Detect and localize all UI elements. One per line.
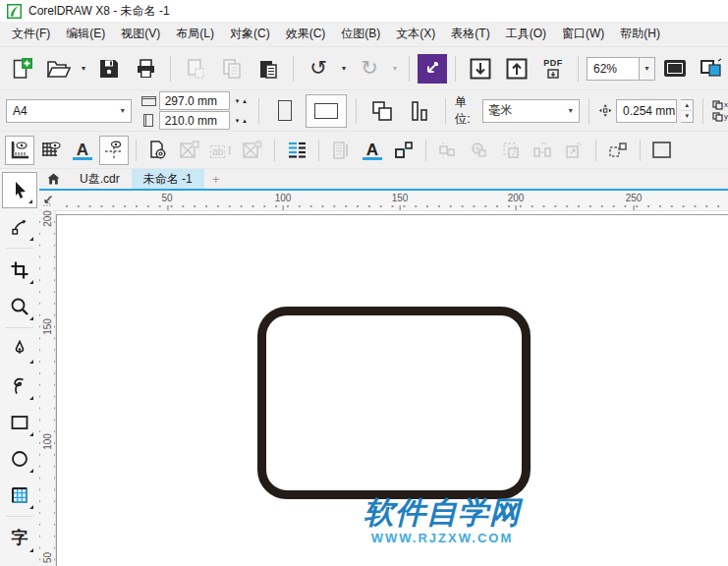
ruler-origin-corner[interactable] [39,191,56,211]
menu-help[interactable]: 帮助(H) [612,22,668,46]
page-width-field[interactable]: 297.0 mm [159,91,230,110]
edit-text-button[interactable]: A [358,136,387,165]
tool-ellipse[interactable] [2,440,37,477]
show-hide-toggle-button[interactable] [695,52,728,85]
publish-pdf-button[interactable]: PDF [536,52,570,85]
portrait-button[interactable] [268,94,302,128]
group-objects-button [496,136,526,165]
tool-shape[interactable] [2,208,37,245]
current-page-size-button[interactable] [403,94,436,128]
tool-freehand[interactable] [2,331,37,368]
menu-layout[interactable]: 布局(L) [168,22,222,46]
tool-rectangle[interactable] [2,404,37,440]
artistic-media-tool-icon [10,376,29,396]
rounded-rectangle-object[interactable] [257,307,531,499]
align-icon [438,141,458,160]
menu-window[interactable]: 窗口(W) [554,22,612,46]
menu-table[interactable]: 表格(T) [443,22,497,46]
toolbox: 字 [0,169,39,566]
all-pages-size-button[interactable] [365,94,399,128]
tool-crop[interactable] [2,252,37,288]
page-settings-button[interactable] [143,136,173,165]
menu-object[interactable]: 对象(C) [222,22,278,46]
text-columns-button[interactable] [282,136,311,165]
all-pages-icon [371,100,393,122]
menu-edit[interactable]: 编辑(E) [58,22,113,46]
open-document-button[interactable] [41,52,75,85]
toolbar-separator [258,98,259,124]
import-button[interactable] [464,52,497,85]
paste-button[interactable] [252,52,285,85]
tab-udisk-cdr[interactable]: U盘.cdr [68,169,132,189]
show-guidelines-button[interactable]: A [68,136,97,165]
nudge-distance-field[interactable]: 0.254 mm [616,99,677,123]
open-dropdown-caret[interactable]: ▾ [78,52,89,85]
new-tab-button[interactable]: + [204,169,228,189]
spacing-objects-button [528,136,557,165]
copy-icon [221,58,243,80]
horizontal-ruler[interactable]: 50 100 150 200 250 [56,191,728,210]
landscape-button[interactable] [306,94,347,128]
tool-pick[interactable] [2,172,37,208]
copy-button [215,52,249,85]
menu-text[interactable]: 文本(X) [388,22,443,46]
border-select-button[interactable] [647,136,677,165]
frame-options-button[interactable] [603,136,633,165]
search-content-button[interactable] [418,54,447,84]
page-height-field[interactable]: 210.0 mm [159,111,230,130]
object-properties-button[interactable] [389,136,419,165]
show-grid-button[interactable] [36,136,66,165]
shape-tool-icon [10,217,29,237]
duplicate-y-icon [712,112,723,122]
redo-button: ↻ [353,52,386,85]
toolbar-separator [640,140,641,161]
zoom-combobox-caret[interactable]: ▾ [639,58,654,80]
zoom-level-combobox[interactable]: 62% ▾ [587,57,655,81]
new-document-button[interactable] [5,52,38,85]
text-tool-icon: 字 [12,530,28,546]
menu-bitmaps[interactable]: 位图(B) [333,22,388,46]
add-frame-button [175,136,204,165]
toolbar-separator [445,98,446,124]
tool-zoom[interactable] [2,288,37,324]
tool-text[interactable]: 字 [2,520,37,556]
print-button[interactable] [129,52,162,85]
rulers-icon [9,140,30,161]
undo-button[interactable]: ↺ [302,52,335,85]
drawing-canvas[interactable]: 软件自学网 WWW.RJZXW.COM [56,211,728,566]
page-size-preset-combobox[interactable]: A4 ▾ [6,99,132,123]
border-frame-icon [651,140,673,161]
dup-y-label: y [724,112,728,121]
view-toggle-icon [700,58,723,79]
export-button[interactable] [500,52,533,85]
menu-file[interactable]: 文件(F) [4,22,58,46]
fullscreen-preview-button[interactable] [658,52,692,85]
edit-text-underline [363,157,382,160]
page-width-spinner[interactable]: ▾▴ [233,97,250,105]
undo-dropdown-caret[interactable]: ▾ [338,52,350,85]
columns-icon [287,141,307,160]
save-button[interactable] [92,52,126,85]
page-height-spinner[interactable]: ▾▴ [233,117,250,125]
h-ruler-label: 200 [506,193,527,203]
vertical-ruler[interactable]: 200 150 100 50 [39,211,56,566]
menu-effects[interactable]: 效果(C) [278,22,334,46]
show-document-grid-button[interactable] [99,136,129,165]
toolbar-separator [578,56,579,82]
duplicate-distance-group[interactable]: x y [712,100,728,122]
nudge-spinner[interactable]: ▲▼ [681,99,694,123]
tab-untitled-1[interactable]: 未命名 -1 [132,169,204,189]
tool-graph-paper[interactable] [2,477,37,513]
tool-artistic-media[interactable] [2,368,37,404]
window-title: CorelDRAW X8 - 未命名 -1 [28,3,170,20]
canvas-row: 200 150 100 50 软件自学网 WWW.RJZXW.COM [39,211,728,566]
units-combobox[interactable]: 毫米 ▾ [482,99,580,123]
welcome-tab[interactable] [39,169,68,189]
toolbar-separator [274,140,275,161]
v-ruler-label: 150 [42,318,53,336]
landscape-icon [314,103,338,119]
document-area: U盘.cdr 未命名 -1 + 50 100 150 [39,169,728,566]
show-rulers-button[interactable] [5,136,34,165]
menu-view[interactable]: 视图(V) [113,22,168,46]
menu-tools[interactable]: 工具(O) [498,22,554,46]
